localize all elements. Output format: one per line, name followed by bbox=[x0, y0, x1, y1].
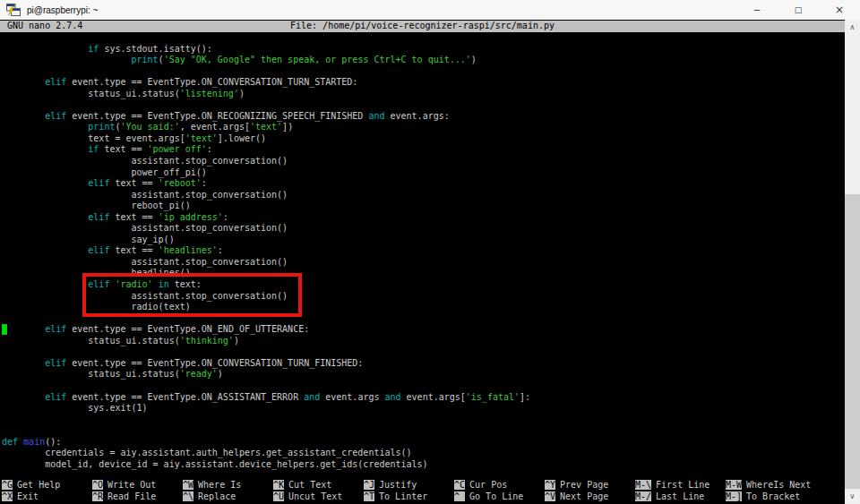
shortcut-to-bracket: M-]To Bracket bbox=[726, 491, 845, 503]
terminal-screen[interactable]: File: /home/pi/voice-recognizer-raspi/sr… bbox=[0, 20, 845, 504]
nano-file-path: File: /home/pi/voice-recognizer-raspi/sr… bbox=[0, 21, 845, 32]
code-line bbox=[0, 99, 845, 111]
code-line: model_id, device_id = aiy.assistant.devi… bbox=[0, 459, 845, 471]
code-line bbox=[0, 346, 845, 358]
scrollbar-thumb[interactable] bbox=[845, 194, 860, 489]
window-title: pi@raspberrypi: ~ bbox=[27, 5, 736, 15]
scrollbar[interactable]: ∧ ∨ bbox=[845, 20, 860, 504]
close-button[interactable]: × bbox=[819, 0, 860, 20]
code-line: elif event.type == EventType.ON_CONVERSA… bbox=[0, 358, 845, 370]
code-line: elif text == 'reboot': bbox=[0, 178, 845, 190]
nano-shortcut-bar: ^GGet Help^OWrite Out^WWhere Is^KCut Tex… bbox=[0, 480, 845, 502]
shortcut-where-is: ^WWhere Is bbox=[183, 480, 273, 491]
putty-icon bbox=[6, 3, 21, 17]
footer-row-2: ^XExit^RRead File^\Replace^UUncut Text^T… bbox=[0, 491, 845, 503]
shortcut-to-linter: ^TTo Linter bbox=[364, 491, 454, 503]
code-line: assistant.stop_conversation() bbox=[0, 156, 845, 167]
shortcut-read-file: ^RRead File bbox=[92, 491, 183, 503]
shortcut-first-line: M-\First Line bbox=[635, 480, 726, 491]
code-line: assistant.stop_conversation() bbox=[0, 257, 845, 269]
minimize-icon: ─ bbox=[754, 5, 760, 15]
maximize-icon: □ bbox=[795, 5, 803, 14]
code-line: say_ip() bbox=[0, 235, 845, 246]
minimize-button[interactable]: ─ bbox=[736, 0, 778, 20]
nano-title-bar: File: /home/pi/voice-recognizer-raspi/sr… bbox=[0, 21, 845, 32]
shortcut-justify: ^JJustify bbox=[364, 480, 454, 491]
code-line: assistant.stop_conversation() bbox=[0, 190, 845, 201]
code-line: status_ui.status('ready') bbox=[0, 369, 845, 380]
nano-version: GNU nano 2.7.4 bbox=[7, 21, 82, 32]
scroll-down-icon[interactable]: ∨ bbox=[845, 489, 860, 504]
code-line: elif event.type == EventType.ON_END_OF_U… bbox=[0, 324, 845, 336]
code-line: reboot_pi() bbox=[0, 201, 845, 212]
code-line: print('You said:', event.args['text']) bbox=[0, 122, 845, 133]
shortcut-prev-page: ^YPrev Page bbox=[545, 480, 635, 491]
code-line: elif text == 'headlines': bbox=[0, 245, 845, 257]
shortcut-go-to-line: ^_Go To Line bbox=[454, 491, 545, 503]
close-icon: × bbox=[835, 4, 844, 16]
code-line bbox=[0, 380, 845, 392]
code-line: elif event.type == EventType.ON_ASSISTAN… bbox=[0, 392, 845, 404]
putty-window: pi@raspberrypi: ~ ─ □ × File: /home/pi/v… bbox=[0, 0, 860, 504]
code-line: power_off_pi() bbox=[0, 167, 845, 179]
shortcut-next-page: ^VNext Page bbox=[545, 491, 635, 503]
code-line bbox=[0, 32, 845, 44]
code-line: assistant.stop_conversation() bbox=[0, 223, 845, 235]
shortcut-write-out: ^OWrite Out bbox=[92, 480, 183, 491]
maximize-button[interactable]: □ bbox=[778, 0, 819, 20]
shortcut-get-help: ^GGet Help bbox=[2, 480, 92, 491]
shortcut-replace: ^\Replace bbox=[183, 491, 273, 503]
code-line bbox=[0, 425, 845, 437]
code-line: status_ui.status('thinking') bbox=[0, 336, 845, 347]
code-line: def main(): bbox=[0, 437, 845, 448]
shortcut-cut-text: ^KCut Text bbox=[273, 480, 364, 491]
code-line: elif text == 'ip address': bbox=[0, 212, 845, 224]
code-line: status_ui.status('listening') bbox=[0, 89, 845, 100]
code-line: if text == 'power off': bbox=[0, 144, 845, 156]
code-line: if sys.stdout.isatty(): bbox=[0, 44, 845, 56]
code-area: if sys.stdout.isatty(): print('Say "OK, … bbox=[0, 32, 845, 470]
code-line: elif event.type == EventType.ON_RECOGNIZ… bbox=[0, 111, 845, 123]
code-line: elif event.type == EventType.ON_CONVERSA… bbox=[0, 77, 845, 89]
highlight-box bbox=[82, 273, 302, 317]
shortcut-exit: ^XExit bbox=[2, 491, 92, 503]
code-line: text = event.args['text'].lower() bbox=[0, 133, 845, 145]
code-line: sys.exit(1) bbox=[0, 403, 845, 414]
code-line: credentials = aiy.assistant.auth_helpers… bbox=[0, 448, 845, 459]
scroll-up-icon[interactable]: ∧ bbox=[845, 20, 860, 35]
code-line: print('Say "OK, Google" then speak, or p… bbox=[0, 55, 845, 66]
code-line bbox=[0, 66, 845, 78]
text-cursor bbox=[2, 324, 7, 335]
shortcut-whereis-next: M-WWhereIs Next bbox=[726, 480, 845, 491]
shortcut-cur-pos: ^CCur Pos bbox=[454, 480, 545, 491]
title-bar[interactable]: pi@raspberrypi: ~ ─ □ × bbox=[0, 0, 860, 20]
shortcut-uncut-text: ^UUncut Text bbox=[273, 491, 364, 503]
code-line bbox=[0, 414, 845, 426]
shortcut-last-line: M-/Last Line bbox=[635, 491, 726, 503]
footer-row-1: ^GGet Help^OWrite Out^WWhere Is^KCut Tex… bbox=[0, 480, 845, 491]
